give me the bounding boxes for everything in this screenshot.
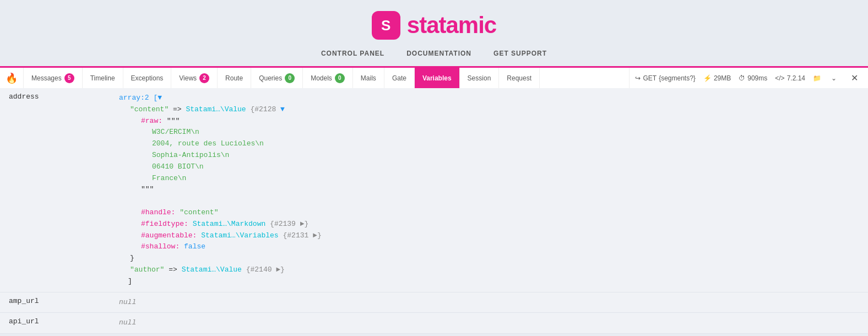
clock-icon: ⏱ [739,74,745,82]
tab-session-label: Session [468,74,491,82]
handle-label: #handle: [141,208,175,216]
table-row: amp_url null [0,292,868,313]
time-info: ⏱ 909ms [739,74,767,82]
tab-mails-label: Mails [361,74,376,82]
tab-views-label: Views [179,74,197,82]
raw-line-2: 2004, route des Lucioles\n [152,138,859,150]
debugbar-tabs: Messages 5 Timeline Exceptions Views 2 R… [24,68,629,88]
top-nav: CONTROL PANEL DOCUMENTATION GET SUPPORT [321,50,547,57]
chevron-down-icon: ⌄ [831,74,837,82]
tab-variables-label: Variables [422,74,452,82]
fieldtype-line: #fieldtype: Statami…\Markdown {#2139 ►} [141,219,859,230]
tab-messages[interactable]: Messages 5 [24,68,83,88]
tab-models[interactable]: Models 0 [303,68,353,88]
raw-open: """ [167,117,180,125]
http-method: GET [643,74,657,82]
fieldtype-class: Statami…\Markdown [193,220,266,228]
raw-line-4: 06410 BIOT\n [152,161,859,173]
tab-request[interactable]: Request [499,68,540,88]
tab-timeline[interactable]: Timeline [83,68,123,88]
tab-queries[interactable]: Queries 0 [251,68,303,88]
tab-gate[interactable]: Gate [384,68,415,88]
tab-models-label: Models [311,74,332,82]
collapse-button[interactable]: ⌄ [829,74,839,82]
array-close: ] [128,276,859,288]
logo-text: statamic [407,12,496,39]
close-button[interactable]: ✕ [847,73,862,83]
content-area: address array:2 [▼ "content" => Statami…… [0,88,868,334]
var-key-api-url: api_url [0,313,110,334]
content-key: "content" [130,105,169,113]
tab-queries-badge: 0 [285,73,295,83]
var-value-address: array:2 [▼ "content" => Statami…\Value {… [110,88,868,292]
handle-line: #handle: "content" [141,207,859,219]
var-key-amp-url: amp_url [0,292,110,313]
content-arrow: => [173,105,186,113]
tab-exceptions[interactable]: Exceptions [123,68,172,88]
shallow-line: #shallow: false [141,241,859,253]
augmentable-class: Statami…\Variables [201,231,278,240]
raw-line-3: Sophia-Antipolis\n [152,150,859,161]
augmentable-line: #augmentable: Statami…\Variables {#2131 … [141,230,859,242]
fire-tab[interactable]: 🔥 [0,68,24,88]
api-url-value: null [119,318,136,327]
fieldtype-label: #fieldtype: [141,220,188,228]
nav-documentation[interactable]: DOCUMENTATION [406,50,471,57]
tab-variables[interactable]: Variables [415,68,460,88]
augmentable-id: {#2131 ►} [283,231,321,240]
tab-exceptions-label: Exceptions [131,74,164,82]
tab-gate-label: Gate [392,74,406,82]
content-line: "content" => Statami…\Value {#2128 ▼ [130,104,859,116]
augmentable-label: #augmentable: [141,231,197,240]
logo-icon: S [372,11,400,40]
debugbar: 🔥 Messages 5 Timeline Exceptions Views 2… [0,66,868,88]
shallow-value: false [184,242,205,251]
raw-line-5: France\n [152,173,859,185]
tab-session[interactable]: Session [460,68,500,88]
memory-icon: ⚡ [703,74,712,82]
var-key-address: address [0,88,110,292]
memory-value: 29MB [714,74,731,82]
raw-close-line: """ [141,184,859,196]
array-label: array:2 [▼ [119,94,162,102]
folder-button[interactable]: 📁 [813,74,821,82]
memory-info: ⚡ 29MB [703,74,731,82]
fire-icon: 🔥 [6,72,18,84]
version-info: </> 7.2.14 [775,74,805,82]
tab-timeline-label: Timeline [90,74,115,82]
tab-queries-label: Queries [259,74,282,82]
author-line: "author" => Statami…\Value {#2140 ►} [130,264,859,276]
tab-views-badge: 2 [199,73,209,83]
nav-control-panel[interactable]: CONTROL PANEL [321,50,384,57]
debugbar-right: ↪ GET {segments?} ⚡ 29MB ⏱ 909ms </> 7.2… [629,68,868,88]
fieldtype-id: {#2139 ►} [270,220,308,228]
var-value-amp-url: null [110,292,868,313]
author-class: Statami…\Value [182,265,242,274]
author-id: {#2140 ►} [246,265,285,274]
raw-line-1: W3C/ERCIM\n [152,127,859,138]
route-pattern: {segments?} [659,74,696,82]
handle-value: "content" [180,208,218,216]
nav-get-support[interactable]: GET SUPPORT [493,50,547,57]
tab-request-label: Request [507,74,531,82]
tab-views[interactable]: Views 2 [171,68,218,88]
table-row: api_url null [0,313,868,334]
tab-messages-badge: 5 [64,73,74,83]
code-icon: </> [775,74,784,82]
tab-mails[interactable]: Mails [353,68,384,88]
version-value: 7.2.14 [787,74,805,82]
close-brace: } [130,253,859,264]
tab-messages-label: Messages [31,74,62,82]
tab-models-badge: 0 [335,73,345,83]
arrow-right-icon: ↪ [635,74,641,82]
content-id: {#2128 [250,105,280,113]
tab-route[interactable]: Route [218,68,251,88]
top-header: S statamic CONTROL PANEL DOCUMENTATION G… [0,0,868,66]
shallow-label: #shallow: [141,242,180,251]
author-key: "author" [130,265,164,274]
raw-label: #raw: [141,117,162,125]
time-value: 909ms [747,74,767,82]
author-arrow: => [169,265,181,274]
logo-area: S statamic [372,11,496,40]
amp-url-value: null [119,298,136,306]
